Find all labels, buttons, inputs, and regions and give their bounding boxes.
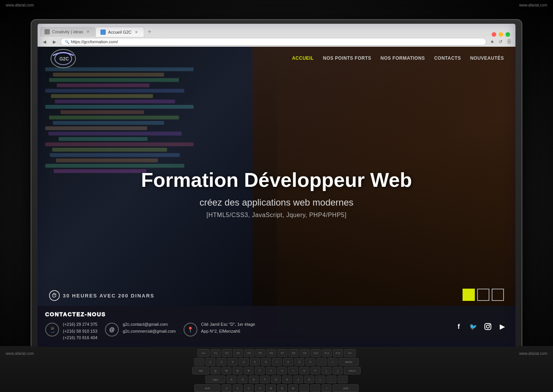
contact-title: CONTACTEZ-NOUS	[45, 311, 508, 317]
contact-email-item: @ g2c.contact@gmail.com g2c.commercial@g…	[105, 321, 176, 336]
toolbar-icons: ★ ↺ ☰	[489, 38, 512, 45]
location-icon: 📍	[184, 323, 197, 336]
tab-label-2: Accueil G2C	[108, 30, 131, 34]
refresh-icon[interactable]: ↺	[497, 38, 504, 45]
slider-dot-2[interactable]	[477, 289, 489, 301]
contact-address: Cité Jamil Esc "D", 1er étage App N°2, E…	[201, 321, 255, 335]
address-line-1: Cité Jamil Esc "D", 1er étage	[201, 321, 255, 328]
email-2[interactable]: g2c.commercial@gmail.com	[123, 328, 176, 335]
bookmark-icon[interactable]: ★	[489, 38, 496, 45]
contact-emails: g2c.contact@gmail.com g2c.commercial@gma…	[123, 321, 176, 335]
facebook-icon[interactable]: f	[453, 321, 464, 332]
watermark-top-left: www.afariat.com	[6, 3, 34, 7]
youtube-icon[interactable]: ▶	[497, 321, 508, 332]
clock-icon: ⏱	[49, 290, 60, 301]
browser-tab-creativity[interactable]: Creativity | ideas ✕	[40, 27, 95, 37]
tab-favicon-2	[100, 29, 106, 35]
nav-link-formations[interactable]: NOS FORMATIONS	[381, 56, 425, 61]
new-tab-button[interactable]: +	[144, 27, 155, 37]
browser-tabs: Creativity | ideas ✕ Accueil G2C ✕ +	[38, 24, 515, 37]
contact-address-item: 📍 Cité Jamil Esc "D", 1er étage App N°2,…	[184, 321, 255, 336]
phone-3: (+216) 70 816 404	[63, 335, 97, 341]
address-text: https://gccformation.com/	[71, 39, 118, 44]
menu-icon[interactable]: ☰	[505, 38, 512, 45]
svg-text:G2C: G2C	[59, 56, 69, 62]
email-1[interactable]: g2c.contact@gmail.com	[123, 321, 176, 328]
nav-link-nouveautes[interactable]: NOUVEAUTÉS	[470, 56, 504, 61]
svg-point-5	[489, 324, 491, 325]
svg-point-4	[486, 325, 489, 328]
nav-link-accueil[interactable]: ACCUEIL	[292, 56, 314, 61]
contact-grid: 📱 (+216) 29 274 375 (+216) 58 910 153 (+…	[45, 321, 508, 341]
tab-favicon-1	[44, 29, 50, 34]
maximize-window-button[interactable]	[505, 32, 510, 37]
tab-close-2[interactable]: ✕	[134, 29, 139, 35]
slider-dot-3[interactable]	[492, 289, 504, 301]
contact-footer: CONTACTEZ-NOUS 📱 (+216) 29 274 375 (+216…	[38, 306, 515, 347]
social-icons: f 🐦 ▶	[453, 321, 508, 332]
nav-link-points-forts[interactable]: NOS POINTS FORTS	[323, 56, 371, 61]
keyboard-rows: esc F1 F2 F3 F4 F5 F6 F7 F8 F9 F10 F11 F…	[0, 346, 553, 392]
watermark-bottom-right: www.afariat.com	[519, 351, 547, 356]
phone-1: (+216) 29 274 375	[63, 321, 97, 328]
forward-button[interactable]: ▶	[51, 38, 58, 46]
email-icon: @	[105, 323, 119, 336]
nav-link-contacts[interactable]: CONTACTS	[434, 56, 461, 61]
address-line-2: App N°2, ElMenzah6	[201, 328, 255, 335]
website-content: G2C ACCUEIL NOS POINTS FORTS NOS FORMATI…	[38, 47, 515, 347]
watermark-top-right: www.afariat.com	[519, 3, 547, 7]
minimize-window-button[interactable]	[499, 32, 503, 37]
browser-chrome: Creativity | ideas ✕ Accueil G2C ✕ +	[38, 24, 515, 47]
slider-indicators[interactable]	[463, 289, 504, 301]
duration-badge: ⏱ 30 HEURES AVEC 200 DINARS	[49, 290, 154, 301]
back-button[interactable]: ◀	[41, 38, 48, 46]
site-navigation: G2C ACCUEIL NOS POINTS FORTS NOS FORMATI…	[38, 47, 515, 70]
address-bar[interactable]: 🔍 https://gccformation.com/	[61, 38, 486, 46]
hero-tech-stack: [HTML5/CSS3, JavaScript, Jquery, PHP4/PH…	[74, 212, 480, 219]
lock-icon: 🔍	[65, 40, 69, 44]
slider-dot-1[interactable]	[463, 289, 475, 301]
hero-section: G2C ACCUEIL NOS POINTS FORTS NOS FORMATI…	[38, 47, 515, 347]
hero-title: Formation Développeur Web	[74, 169, 480, 191]
contact-phone-item: 📱 (+216) 29 274 375 (+216) 58 910 153 (+…	[45, 321, 97, 341]
browser-tab-g2c[interactable]: Accueil G2C ✕	[95, 27, 144, 37]
keyboard-area: esc F1 F2 F3 F4 F5 F6 F7 F8 F9 F10 F11 F…	[0, 346, 553, 392]
nav-links: ACCUEIL NOS POINTS FORTS NOS FORMATIONS …	[292, 56, 504, 61]
phone-2: (+216) 58 910 153	[63, 328, 97, 335]
duration-text: 30 HEURES AVEC 200 DINARS	[63, 293, 154, 299]
site-logo[interactable]: G2C	[49, 48, 80, 69]
twitter-icon[interactable]: 🐦	[468, 321, 479, 332]
hero-subtitle: créez des applications web modernes	[74, 198, 480, 208]
code-blocks-overlay	[38, 62, 238, 178]
instagram-icon[interactable]	[482, 321, 493, 332]
phone-icon: 📱	[45, 323, 59, 336]
contact-phones: (+216) 29 274 375 (+216) 58 910 153 (+21…	[63, 321, 97, 341]
tab-label-1: Creativity | ideas	[52, 29, 83, 34]
hero-content: Formation Développeur Web créez des appl…	[74, 169, 480, 230]
close-window-button[interactable]	[492, 32, 496, 37]
watermark-bottom-left: www.afariat.com	[6, 351, 34, 356]
browser-toolbar: ◀ ▶ 🔍 https://gccformation.com/ ★ ↺ ☰	[38, 37, 515, 47]
tab-close-1[interactable]: ✕	[85, 29, 91, 34]
window-controls	[492, 32, 513, 37]
